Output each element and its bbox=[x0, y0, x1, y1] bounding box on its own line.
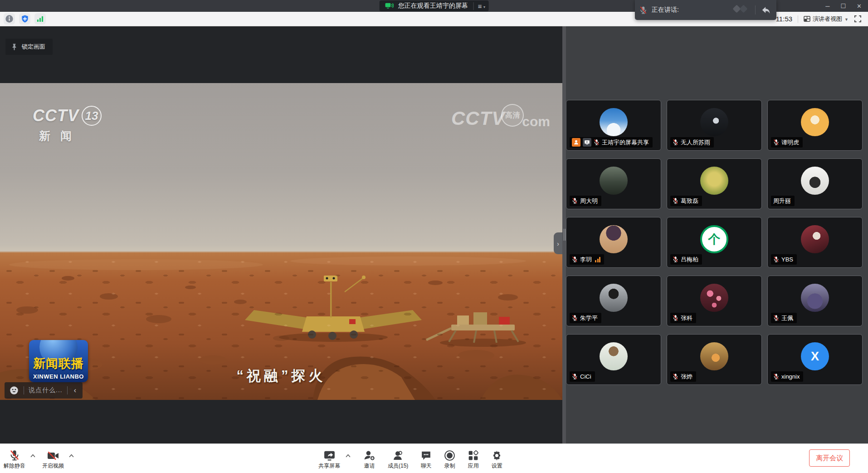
emoji-icon[interactable] bbox=[9, 385, 19, 395]
participant-tile[interactable]: YBS bbox=[767, 217, 863, 268]
avatar bbox=[801, 108, 829, 136]
share-screen-icon bbox=[323, 449, 336, 461]
audio-options-caret[interactable] bbox=[30, 454, 36, 458]
avatar bbox=[801, 167, 829, 195]
participant-namebar: 王靖宇的屏幕共享 bbox=[570, 137, 653, 148]
mic-muted-icon bbox=[773, 315, 779, 321]
participant-tile[interactable]: 王佩 bbox=[767, 276, 863, 326]
participant-name: 王靖宇的屏幕共享 bbox=[602, 138, 649, 147]
participant-namebar: 张科 bbox=[670, 313, 696, 323]
avatar bbox=[700, 167, 728, 195]
avatar: 个 bbox=[700, 225, 728, 253]
participant-tile[interactable]: 张烨 bbox=[667, 334, 762, 385]
fullscreen-button[interactable] bbox=[854, 15, 862, 23]
broadcast-caption: “祝融”探火 bbox=[0, 366, 562, 385]
mic-muted-icon bbox=[673, 373, 678, 380]
viewing-banner: 您正在观看王靖宇的屏幕 ≡ ▼ bbox=[380, 0, 489, 11]
participant-tile[interactable]: 王靖宇的屏幕共享 bbox=[566, 100, 661, 151]
voov-logo-icon bbox=[730, 5, 751, 15]
participant-namebar: 王佩 bbox=[771, 313, 797, 323]
divider bbox=[798, 15, 798, 23]
divider bbox=[67, 386, 68, 394]
participant-tile[interactable]: 张科 bbox=[667, 276, 762, 326]
mic-off-icon bbox=[9, 449, 20, 461]
clock-time: 11:53 bbox=[776, 15, 792, 23]
mic-muted-icon bbox=[572, 256, 578, 263]
avatar bbox=[801, 284, 829, 312]
banner-menu-icon[interactable]: ≡ ▼ bbox=[473, 2, 486, 10]
chat-bubble-icon bbox=[420, 449, 432, 461]
lock-view-button[interactable]: 锁定画面 bbox=[5, 39, 53, 55]
meeting-info-icon[interactable] bbox=[4, 13, 15, 25]
minimize-button[interactable]: ─ bbox=[825, 3, 829, 9]
mic-muted-icon bbox=[673, 256, 678, 263]
participant-name: 王佩 bbox=[781, 314, 793, 322]
settings-button[interactable]: 设置 bbox=[491, 449, 502, 468]
participant-tile[interactable]: 周大明 bbox=[566, 158, 661, 209]
panel-divider bbox=[755, 5, 756, 15]
view-mode-caret-icon: ▼ bbox=[844, 17, 848, 22]
close-button[interactable]: ✕ bbox=[857, 3, 862, 9]
participant-grid: 王靖宇的屏幕共享 无人所苏雨 bbox=[566, 26, 868, 385]
participant-namebar: xingnix bbox=[771, 371, 803, 382]
share-options-caret[interactable] bbox=[345, 454, 351, 458]
participant-name: 周大明 bbox=[580, 197, 598, 205]
chat-button[interactable]: 聊天 bbox=[420, 449, 432, 468]
maximize-button[interactable]: ☐ bbox=[840, 3, 846, 9]
members-button[interactable]: 成员(15) bbox=[388, 449, 408, 468]
video-options-caret[interactable] bbox=[68, 454, 74, 458]
participant-name: 李玥 bbox=[580, 256, 592, 264]
mic-muted-icon bbox=[639, 6, 647, 15]
broadcast-video: CCTV 13 新闻 CCTV 高清 com 新闻联播 XINWEN LIANB… bbox=[0, 83, 562, 400]
invite-button[interactable]: 邀请 bbox=[363, 449, 375, 468]
avatar bbox=[600, 167, 628, 195]
record-button[interactable]: 录制 bbox=[444, 449, 455, 468]
participant-tile[interactable]: 李玥 bbox=[566, 217, 661, 268]
unmute-button[interactable]: 解除静音 bbox=[4, 449, 25, 468]
bottom-toolbar: 解除静音 开启视频 bbox=[0, 443, 868, 473]
share-screen-button[interactable]: 共享屏幕 bbox=[318, 449, 340, 468]
participant-tile[interactable]: 周升丽 bbox=[767, 158, 863, 209]
avatar bbox=[700, 108, 728, 136]
participant-tile[interactable]: 无人所苏雨 bbox=[667, 100, 762, 151]
participant-namebar: 葛致磊 bbox=[670, 196, 702, 206]
mic-muted-icon bbox=[594, 139, 600, 146]
banner-menu-caret-icon: ▼ bbox=[483, 5, 486, 9]
lock-view-label: 锁定画面 bbox=[22, 43, 45, 51]
security-shield-icon[interactable] bbox=[19, 13, 30, 25]
mic-muted-icon bbox=[572, 315, 578, 321]
mic-muted-icon bbox=[773, 139, 779, 146]
shared-screen-pane: CCTV 13 新闻 CCTV 高清 com 新闻联播 XINWEN LIANB… bbox=[0, 26, 562, 443]
pane-splitter[interactable] bbox=[562, 26, 566, 443]
avatar bbox=[700, 342, 728, 370]
view-mode-label: 演讲者视图 bbox=[813, 15, 842, 23]
participant-name: YBS bbox=[781, 256, 793, 263]
speaking-panel: 正在讲话: bbox=[635, 0, 776, 20]
sidebar-collapse-handle[interactable]: › bbox=[554, 232, 562, 254]
participant-tile[interactable]: CiCi bbox=[566, 334, 661, 385]
back-to-meeting-button[interactable] bbox=[760, 5, 772, 15]
pin-icon bbox=[11, 43, 18, 51]
mic-muted-icon bbox=[673, 197, 678, 204]
participant-tile[interactable]: 葛致磊 bbox=[667, 158, 762, 209]
apps-button[interactable]: 应用 bbox=[468, 449, 479, 468]
network-signal-icon[interactable] bbox=[34, 13, 46, 25]
start-video-button[interactable]: 开启视频 bbox=[42, 449, 64, 468]
leave-meeting-button[interactable]: 离开会议 bbox=[809, 449, 850, 467]
view-mode-dropdown[interactable]: 演讲者视图 ▼ bbox=[804, 15, 848, 23]
participant-tile[interactable]: X xingnix bbox=[767, 334, 863, 385]
participant-namebar: 周大明 bbox=[570, 196, 601, 206]
participant-name: 无人所苏雨 bbox=[681, 138, 710, 147]
participant-namebar: 无人所苏雨 bbox=[670, 137, 714, 148]
participant-name: 吕梅柏 bbox=[681, 256, 698, 264]
screen-share-active-icon bbox=[385, 2, 394, 10]
chat-input-placeholder[interactable]: 说点什么... bbox=[29, 386, 63, 394]
participant-tile[interactable]: 朱学平 bbox=[566, 276, 661, 326]
weak-signal-icon bbox=[595, 257, 600, 262]
participant-tile[interactable]: 谭明虎 bbox=[767, 100, 863, 151]
camera-off-icon bbox=[47, 449, 59, 461]
participant-tile[interactable]: 个 吕梅柏 bbox=[667, 217, 762, 268]
mic-muted-icon bbox=[773, 373, 779, 380]
participant-name: 张烨 bbox=[681, 373, 692, 381]
chat-collapse-icon[interactable]: ‹ bbox=[72, 386, 78, 394]
